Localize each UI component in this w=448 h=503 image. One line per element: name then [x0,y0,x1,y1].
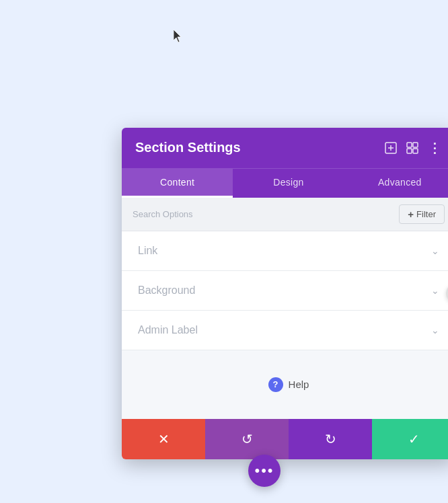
tab-design[interactable]: Design [233,169,344,198]
cancel-icon: ✕ [158,431,170,447]
fab-button[interactable]: ••• [248,455,281,487]
filter-button[interactable]: + Filter [399,204,445,224]
accordion-admin-label: Admin Label ⌄ [122,311,448,350]
svg-rect-1 [407,143,412,147]
modal-title: Section Settings [135,140,241,155]
reset-button[interactable]: ↺ [205,419,289,459]
help-section: ? Help [122,350,448,419]
tabs-bar: Content Design Advanced [122,168,448,198]
save-button[interactable]: ✓ [372,419,448,459]
redo-button[interactable]: ↻ [289,419,372,459]
help-icon: ? [268,377,283,392]
filter-label: Filter [416,209,436,219]
modal-body: Search Options + Filter Link ⌄ Backgroun… [122,198,448,419]
filter-plus-icon: + [408,208,414,220]
accordion-background-label: Background [138,284,195,297]
svg-rect-4 [413,149,418,153]
chevron-down-icon-background: ⌄ [431,285,439,296]
svg-rect-3 [407,149,412,153]
accordion-background: Background ⌄ [122,271,448,311]
tab-content[interactable]: Content [122,169,233,198]
modal-header: Section Settings ⋮ [122,128,448,168]
accordion-background-header[interactable]: Background ⌄ [122,271,448,310]
search-bar: Search Options + Filter [122,198,448,231]
expand-icon[interactable] [385,142,397,154]
help-label[interactable]: Help [289,379,309,390]
section-settings-modal: Section Settings ⋮ Content [122,128,448,459]
accordion-link-label: Link [138,245,157,257]
tab-advanced[interactable]: Advanced [344,169,448,198]
accordion-admin-label-header[interactable]: Admin Label ⌄ [122,311,448,350]
modal-footer: ✕ ↺ ↻ ✓ [122,419,448,459]
fab-label: ••• [254,462,274,479]
more-options-icon[interactable]: ⋮ [428,140,442,156]
chevron-down-icon-admin: ⌄ [431,325,439,336]
search-placeholder: Search Options [133,209,193,219]
redo-icon: ↻ [325,431,336,447]
reset-icon: ↺ [241,431,253,447]
save-icon: ✓ [408,431,420,447]
svg-rect-2 [413,143,418,147]
accordion-link: Link ⌄ [122,231,448,271]
cancel-button[interactable]: ✕ [122,419,205,459]
cursor-arrow [174,30,184,43]
header-icons: ⋮ [385,140,442,156]
accordion-admin-label-label: Admin Label [138,324,198,336]
layout-icon[interactable] [406,142,418,154]
chevron-down-icon-link: ⌄ [431,245,439,256]
accordion-link-header[interactable]: Link ⌄ [122,231,448,270]
